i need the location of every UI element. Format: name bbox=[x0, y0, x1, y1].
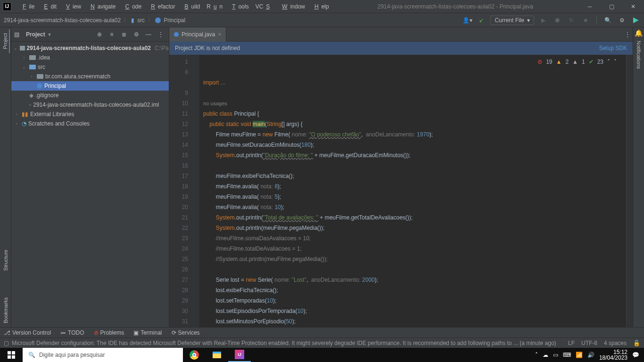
tree-node-gitignore[interactable]: ◆.gitignore bbox=[11, 91, 169, 100]
chevron-down-icon[interactable]: ▾ bbox=[48, 31, 51, 38]
taskbar-chrome[interactable] bbox=[183, 348, 206, 362]
play-icon[interactable]: ▶ bbox=[538, 15, 548, 25]
scratch-icon: ◔ bbox=[22, 120, 26, 127]
breadcrumb-src[interactable]: src bbox=[136, 17, 146, 24]
tray-chevron-icon[interactable]: ˄ bbox=[535, 352, 538, 358]
chevron-up-icon[interactable]: ˄ bbox=[607, 57, 610, 67]
maximize-button[interactable]: ▢ bbox=[601, 0, 622, 13]
tool-tab-bookmarks[interactable]: Bookmarks bbox=[2, 294, 9, 327]
tray-notifications-icon[interactable]: 💬 bbox=[632, 352, 639, 358]
tool-terminal[interactable]: ▣Terminal bbox=[133, 329, 162, 336]
tool-services[interactable]: ⟳Services bbox=[172, 329, 200, 336]
debug-icon[interactable]: ⬢ bbox=[552, 15, 562, 25]
file-icon: ◆ bbox=[29, 92, 33, 99]
tree-node-principal[interactable]: cPrincipal bbox=[11, 81, 169, 91]
tool-problems[interactable]: ⊘Problems bbox=[94, 329, 124, 336]
rerun-icon[interactable]: ↻ bbox=[566, 15, 577, 25]
inspection-indicators[interactable]: ⊘19 ▲2 ▲1 ✔23 ˄˅ bbox=[537, 57, 617, 67]
tool-version-control[interactable]: ⎇Version Control bbox=[4, 329, 51, 336]
tree-root[interactable]: ⌄2914-java-screenmatch-listas-colecoes-a… bbox=[11, 43, 169, 53]
indent-info[interactable]: 4 spaces bbox=[604, 340, 627, 346]
gear-icon[interactable]: ⚙ bbox=[617, 15, 627, 25]
tree-scratches[interactable]: ›◔Scratches and Consoles bbox=[11, 119, 169, 128]
tray-onedrive-icon[interactable]: ☁ bbox=[543, 352, 548, 358]
more-icon[interactable]: ⋮ bbox=[156, 29, 166, 40]
tray-sound-icon[interactable]: 🔊 bbox=[587, 352, 594, 358]
expand-all-icon[interactable]: ≡ bbox=[107, 29, 117, 40]
bottom-toolbar: ⎇Version Control ≔TODO ⊘Problems ▣Termin… bbox=[0, 327, 644, 337]
gear-icon[interactable]: ⚙ bbox=[131, 29, 141, 40]
menu-run[interactable]: Run bbox=[204, 2, 225, 11]
line-gutter[interactable]: 18 9101112131415161718192021222324252627… bbox=[169, 55, 193, 327]
class-icon bbox=[174, 32, 179, 37]
menu-navigate[interactable]: Navigate bbox=[85, 2, 118, 11]
tray-language-icon[interactable]: ⌨ bbox=[563, 352, 571, 358]
menu-edit[interactable]: Edit bbox=[38, 2, 59, 11]
folder-icon bbox=[29, 65, 36, 69]
tool-tab-notifications[interactable]: Notifications bbox=[635, 37, 643, 73]
close-button[interactable]: ✕ bbox=[622, 0, 644, 13]
taskbar-explorer[interactable] bbox=[206, 348, 228, 362]
project-view-icon: ▤ bbox=[14, 31, 19, 38]
bell-icon[interactable]: 🔔 bbox=[635, 29, 643, 37]
menu-vcs[interactable]: VCS bbox=[253, 2, 276, 11]
tree-external-libraries[interactable]: ›▮▮External Libraries bbox=[11, 109, 169, 119]
tree-node-package[interactable]: ›br.com.alura.screenmatch bbox=[11, 72, 169, 81]
error-stripe[interactable] bbox=[626, 55, 633, 327]
window-icon[interactable]: ▢ bbox=[4, 340, 9, 346]
more-icon[interactable]: ⋮ bbox=[622, 29, 633, 40]
tree-node-iml[interactable]: ▫2914-java-screenmatch-listas-colecoes-a… bbox=[11, 100, 169, 109]
tray-clock[interactable]: 15:1218/04/2023 bbox=[599, 349, 627, 361]
tree-node-src[interactable]: ⌄src bbox=[11, 62, 169, 72]
menu-window[interactable]: Window bbox=[276, 2, 308, 11]
ok-icon: ✔ bbox=[589, 57, 594, 67]
search-placeholder: Digite aqui para pesquisar bbox=[39, 352, 105, 358]
search-icon[interactable]: 🔍 bbox=[603, 15, 613, 25]
taskbar-search[interactable]: 🔍 Digite aqui para pesquisar bbox=[23, 348, 183, 362]
setup-sdk-link[interactable]: Setup SDK bbox=[599, 45, 627, 51]
read-only-icon[interactable]: 🔓 bbox=[633, 340, 640, 346]
breadcrumb-file[interactable]: Principal bbox=[163, 17, 186, 24]
file-encoding[interactable]: UTF-8 bbox=[581, 340, 597, 346]
tray-wifi-icon[interactable]: 📶 bbox=[576, 352, 583, 358]
tool-tab-project[interactable]: Project bbox=[1, 29, 10, 53]
tool-tab-structure[interactable]: Structure bbox=[2, 246, 9, 275]
stop-icon[interactable]: ■ bbox=[580, 15, 591, 25]
run-configuration-selector[interactable]: Current File ▾ bbox=[490, 16, 534, 25]
menu-code[interactable]: Code bbox=[119, 2, 144, 11]
library-icon: ▮▮ bbox=[22, 111, 28, 118]
tool-todo[interactable]: ≔TODO bbox=[60, 329, 84, 336]
class-icon: c bbox=[37, 83, 42, 89]
menu-help[interactable]: Help bbox=[309, 2, 332, 11]
code-area[interactable]: ⊘19 ▲2 ▲1 ✔23 ˄˅ import ... no usages pu… bbox=[199, 55, 626, 327]
play-gradient-icon[interactable] bbox=[631, 15, 641, 25]
left-tool-gutter: Project Structure Bookmarks bbox=[0, 27, 11, 327]
collapse-all-icon[interactable]: ≣ bbox=[119, 29, 129, 40]
menu-tools[interactable]: Tools bbox=[226, 2, 251, 11]
taskbar-intellij[interactable]: IJ bbox=[228, 348, 251, 362]
line-separator[interactable]: LF bbox=[568, 340, 575, 346]
close-icon[interactable]: × bbox=[218, 31, 221, 38]
hammer-icon[interactable]: ↙ bbox=[476, 15, 487, 25]
tray-battery-icon[interactable]: ▭ bbox=[553, 352, 558, 358]
chevron-down-icon[interactable]: ˅ bbox=[614, 57, 617, 67]
user-icon[interactable]: 👤▾ bbox=[462, 15, 472, 25]
hide-icon[interactable]: — bbox=[143, 29, 154, 40]
tree-node-idea[interactable]: ›.idea bbox=[11, 53, 169, 62]
project-panel-title[interactable]: Project bbox=[22, 31, 45, 38]
select-opened-file-icon[interactable]: ⊕ bbox=[94, 29, 105, 40]
menu-file[interactable]: FFileile bbox=[17, 2, 37, 11]
breadcrumb-root[interactable]: 2914-java-screenmatch-listas-colecoes-au… bbox=[3, 17, 122, 24]
menu-build[interactable]: Build bbox=[179, 2, 203, 11]
start-button[interactable] bbox=[0, 348, 23, 362]
menu-refactor[interactable]: Refactor bbox=[145, 2, 178, 11]
minimize-button[interactable]: ─ bbox=[579, 0, 601, 13]
editor-tab[interactable]: Principal.java × bbox=[169, 27, 226, 42]
fold-gutter[interactable] bbox=[193, 55, 199, 327]
app-logo: IJ bbox=[3, 2, 11, 11]
status-message[interactable]: Microsoft Defender configuration: The ID… bbox=[12, 340, 556, 346]
menu-view[interactable]: View bbox=[60, 2, 84, 11]
chevron-right-icon: 〉 bbox=[124, 16, 129, 24]
title-bar: IJ FFileile Edit View Navigate Code Refa… bbox=[0, 0, 644, 13]
weak-warning-icon: ▲ bbox=[572, 57, 578, 67]
